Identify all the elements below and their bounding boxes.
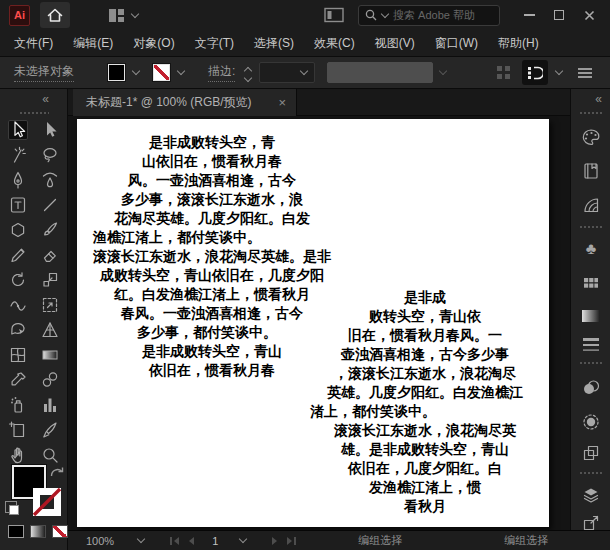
swap-fill-stroke-icon[interactable] <box>49 465 65 478</box>
first-artboard-button[interactable] <box>170 537 179 545</box>
stepper-down-icon[interactable] <box>244 73 252 81</box>
maximize-button[interactable] <box>546 3 572 27</box>
artboard-dropdown-chevron-icon[interactable] <box>239 535 247 543</box>
panel-symbols[interactable]: ♣ <box>571 241 610 257</box>
stroke-dropdown-chevron-icon[interactable] <box>177 67 185 75</box>
panel-stroke[interactable] <box>571 337 610 353</box>
tool-pencil[interactable] <box>8 245 28 265</box>
fill-color-swatch[interactable] <box>108 64 125 81</box>
panel-brushes[interactable] <box>571 411 610 433</box>
panel-color[interactable] <box>571 127 610 149</box>
tool-column-graph[interactable] <box>40 395 60 415</box>
previous-artboard-button[interactable] <box>189 537 194 545</box>
panel-swatch-libraries[interactable] <box>571 273 610 293</box>
tool-shaper[interactable] <box>8 320 28 340</box>
selection-status[interactable]: 未选择对象 <box>14 63 74 82</box>
toolbar-grip[interactable] <box>19 111 49 115</box>
panel-color-guide[interactable] <box>571 195 610 215</box>
menu-effect[interactable]: 效果(C) <box>304 35 365 52</box>
tool-paintbrush[interactable] <box>40 220 60 240</box>
default-fill-stroke-icon[interactable] <box>5 501 17 513</box>
tool-eyedropper[interactable] <box>8 370 28 390</box>
tool-free-transform[interactable] <box>40 295 60 315</box>
menu-file[interactable]: 文件(F) <box>4 35 63 52</box>
stroke-swatch-none[interactable] <box>32 487 62 517</box>
artboard[interactable]: 是非成败转头空，青山依旧在，惯看秋月春风。一壶浊酒喜相逢，古今多少事，滚滚长江东… <box>77 119 549 527</box>
text-block-2[interactable]: 是非成败转头空，青山依旧在，惯看秋月春风。一壶浊酒喜相逢，古今多少事，滚滚长江东… <box>315 288 535 516</box>
width-profile-dropdown[interactable] <box>327 62 433 83</box>
dock-grip[interactable] <box>579 225 603 229</box>
document-setup-icon[interactable] <box>497 66 510 79</box>
panel-layers[interactable] <box>571 485 610 505</box>
tool-lasso[interactable] <box>40 145 60 165</box>
gradient-button[interactable] <box>30 525 46 538</box>
stroke-color-swatch[interactable] <box>153 64 170 81</box>
panel-transparency[interactable] <box>571 377 610 399</box>
tool-perspective-grid[interactable] <box>40 320 60 340</box>
none-button[interactable] <box>52 525 68 538</box>
menu-type[interactable]: 文字(T) <box>185 35 244 52</box>
fill-dropdown-chevron-icon[interactable] <box>132 67 140 75</box>
menu-object[interactable]: 对象(O) <box>123 35 184 52</box>
tool-width[interactable] <box>8 295 28 315</box>
transparency-panel-icon <box>580 377 602 399</box>
artboard-number[interactable]: 1 <box>212 535 218 547</box>
brushes-panel-icon <box>580 411 602 433</box>
panel-gradient[interactable] <box>571 307 610 325</box>
minimize-button[interactable] <box>516 3 542 27</box>
tool-type[interactable] <box>8 195 28 215</box>
tool-blend[interactable] <box>40 370 60 390</box>
home-button[interactable] <box>40 2 70 28</box>
tool-pen[interactable] <box>8 170 28 190</box>
menu-edit[interactable]: 编辑(E) <box>63 35 123 52</box>
canvas-pasteboard[interactable]: 是非成败转头空，青山依旧在，惯看秋月春风。一壶浊酒喜相逢，古今多少事，滚滚长江东… <box>68 116 570 530</box>
tool-artboard[interactable] <box>8 420 28 440</box>
tool-hand[interactable] <box>8 445 28 465</box>
tool-gradient[interactable] <box>40 345 60 365</box>
tool-polygon[interactable] <box>8 220 28 240</box>
tab-close-icon[interactable]: × <box>278 95 286 110</box>
tool-slice[interactable] <box>40 420 60 440</box>
tool-magic-wand[interactable] <box>8 145 28 165</box>
menu-view[interactable]: 视图(V) <box>365 35 425 52</box>
dock-grip[interactable] <box>579 471 603 475</box>
tool-symbol-sprayer[interactable] <box>8 395 28 415</box>
workspace-switcher[interactable] <box>108 8 138 23</box>
color-button[interactable] <box>8 525 24 538</box>
panel-menu-icon[interactable] <box>578 68 592 78</box>
zoom-level[interactable]: 100% <box>86 535 114 547</box>
tool-mesh[interactable] <box>8 345 28 365</box>
chevron-down-icon[interactable] <box>555 67 563 75</box>
expand-panels-icon[interactable]: « <box>595 92 602 106</box>
tool-zoom[interactable] <box>40 445 60 465</box>
panel-pathfinder[interactable] <box>571 443 610 463</box>
stroke-weight-stepper[interactable] <box>245 65 251 81</box>
dock-grip[interactable] <box>579 111 603 115</box>
dock-grip[interactable] <box>579 361 603 365</box>
menu-select[interactable]: 选择(S) <box>244 35 304 52</box>
tool-curvature[interactable] <box>40 170 60 190</box>
tool-scale[interactable] <box>40 270 60 290</box>
tool-direct-selection[interactable] <box>40 120 60 140</box>
tool-eraser[interactable] <box>40 245 60 265</box>
stroke-weight-dropdown[interactable] <box>259 62 315 83</box>
tool-rotate[interactable] <box>8 270 28 290</box>
close-button[interactable] <box>576 3 602 27</box>
tool-selection[interactable] <box>8 120 28 140</box>
stroke-weight-label[interactable]: 描边: <box>208 63 235 82</box>
text-block-1[interactable]: 是非成败转头空，青山依旧在，惯看秋月春风。一壶浊酒喜相逢，古今多少事，滚滚长江东… <box>77 133 347 380</box>
app-logo[interactable]: Ai <box>9 5 30 26</box>
menu-window[interactable]: 窗口(W) <box>425 35 488 52</box>
document-tab[interactable]: 未标题-1* @ 100% (RGB/预览) × <box>73 89 297 116</box>
menu-help[interactable]: 帮助(H) <box>488 35 549 52</box>
last-artboard-button[interactable] <box>287 537 296 545</box>
tool-line-segment[interactable] <box>40 195 60 215</box>
arrange-documents-button[interactable] <box>324 7 344 23</box>
panel-swatches[interactable] <box>571 161 610 181</box>
help-search-box[interactable] <box>358 5 500 26</box>
search-input[interactable] <box>393 9 493 21</box>
collapse-toolbar-icon[interactable]: « <box>42 92 49 106</box>
next-artboard-button[interactable] <box>272 537 277 545</box>
properties-panel-button[interactable] <box>522 60 548 85</box>
zoom-dropdown-chevron-icon[interactable] <box>137 535 145 543</box>
